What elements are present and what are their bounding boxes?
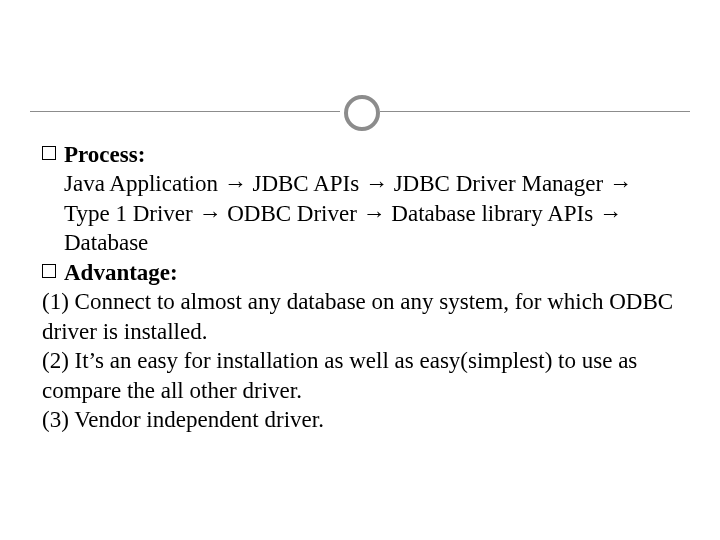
- heading-advantage-label: Advantage:: [64, 260, 178, 285]
- heading-process-label: Process:: [64, 142, 145, 167]
- advantage-item-1: (1) Connect to almost any database on an…: [42, 287, 682, 346]
- process-body: Java Application → JDBC APIs → JDBC Driv…: [42, 169, 682, 257]
- content-block: Process: Java Application → JDBC APIs → …: [42, 140, 682, 434]
- rule-circle-icon: [344, 95, 380, 131]
- rule-segment-left: [30, 111, 340, 112]
- advantage-item-2: (2) It’s an easy for installation as wel…: [42, 346, 682, 405]
- heading-advantage: Advantage:: [42, 258, 682, 287]
- slide: Process: Java Application → JDBC APIs → …: [0, 0, 720, 540]
- advantage-item-3: (3) Vendor independent driver.: [42, 405, 682, 434]
- heading-process: Process:: [42, 140, 682, 169]
- square-bullet-icon: [42, 146, 56, 160]
- rule-segment-right: [380, 111, 690, 112]
- square-bullet-icon: [42, 264, 56, 278]
